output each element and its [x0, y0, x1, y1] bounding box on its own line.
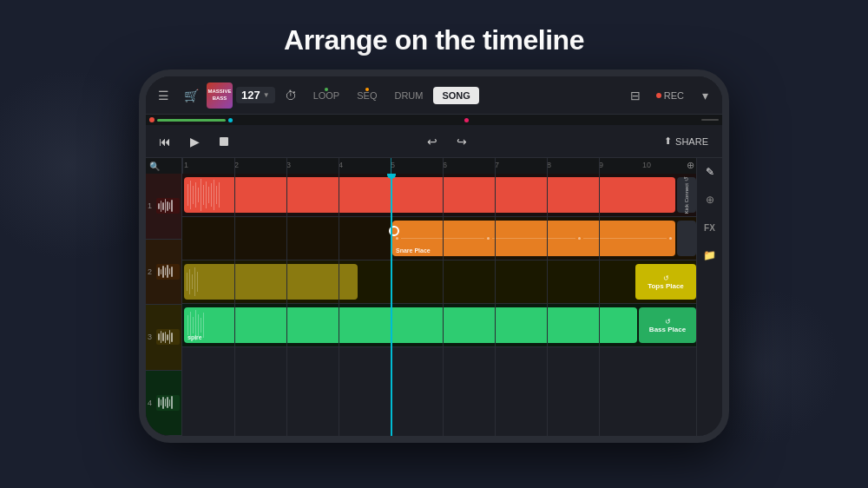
pattern-line	[219, 182, 220, 208]
pattern-line	[187, 184, 188, 206]
zoom-icon[interactable]: 🔍	[149, 162, 160, 171]
bpm-display[interactable]: 127 ▼	[236, 87, 275, 103]
tops-label: Tops Place	[648, 282, 684, 290]
waveform-mini-3	[156, 329, 180, 345]
rec-label: REC	[664, 90, 684, 101]
share-icon: ⬆	[664, 135, 672, 147]
seq-dot	[365, 88, 369, 91]
clip-4-main[interactable]: spire	[184, 307, 637, 343]
track-num-2: 2	[148, 267, 155, 276]
album-art[interactable]: MASSIVEBASS	[207, 82, 233, 109]
bpm-value: 127	[241, 89, 260, 102]
wave-lines-4	[156, 395, 180, 411]
wave-bar	[161, 201, 162, 212]
pattern-line	[198, 314, 199, 336]
stop-button[interactable]	[212, 129, 236, 154]
wave-bar	[165, 399, 167, 406]
rec-button[interactable]: REC	[651, 87, 689, 104]
wave-bar	[167, 334, 168, 340]
folder-panel-button[interactable]: 📁	[700, 245, 720, 266]
wave-bar	[158, 398, 160, 407]
wave-bar	[167, 397, 168, 408]
clip-pattern-1	[184, 177, 675, 213]
ruler[interactable]: 1 2 3 4 5 6 7 8 9 10	[182, 158, 696, 174]
loop-label: LOOP	[313, 90, 340, 101]
pattern-line	[216, 186, 217, 204]
share-button[interactable]: ⬆ SHARE	[657, 132, 715, 150]
track-waveform-1	[156, 196, 180, 215]
timeline-content: 1 2 3 4 5 6 7 8 9 10	[182, 158, 696, 436]
cart-icon: 🛒	[184, 89, 199, 102]
wave-bar	[167, 201, 168, 211]
wave-bar	[158, 333, 160, 340]
ruler-divider	[443, 158, 444, 174]
track-waveform-4	[156, 393, 180, 412]
pattern-line	[208, 187, 209, 202]
ruler-mark-1: 1	[184, 161, 188, 169]
grid-line	[443, 174, 444, 436]
scrub-green-segment	[157, 119, 226, 122]
wave-bar	[169, 202, 171, 209]
track-row-4: spire ↺ Bass Place	[182, 304, 696, 347]
scrub-bar[interactable]	[146, 115, 722, 125]
pattern-dot	[669, 237, 672, 240]
ruler-line	[182, 158, 183, 174]
play-button[interactable]: ▶	[182, 129, 207, 154]
fx-panel-button[interactable]: FX	[700, 217, 720, 238]
clip-4-pattern	[184, 307, 637, 343]
grid-line	[234, 174, 235, 436]
mixer-button[interactable]: ⊟	[623, 82, 648, 109]
rewind-icon: ⏮	[159, 135, 171, 148]
waveform-mini-4	[156, 395, 180, 411]
pattern-line	[192, 274, 193, 288]
rewind-button[interactable]: ⏮	[153, 129, 177, 154]
metronome-icon: ⏱	[285, 89, 297, 102]
track-label-3: 3	[146, 305, 181, 371]
metronome-button[interactable]: ⏱	[279, 82, 303, 109]
undo-button[interactable]: ↩	[420, 129, 444, 154]
app-screen: ☰ 🛒 MASSIVEBASS 127 ▼ ⏱ LOOP SEQ	[146, 76, 722, 436]
clip-2-main[interactable]: Snare Place	[392, 221, 675, 256]
grid-line	[547, 174, 548, 436]
pattern-line	[193, 186, 194, 204]
clip-3-left[interactable]	[184, 264, 358, 300]
waveform-mini-1	[156, 198, 180, 214]
tuning-panel-button[interactable]: ⊕	[700, 189, 720, 210]
pattern-line	[187, 273, 187, 291]
pattern-dot	[487, 237, 490, 240]
wave-bar	[167, 265, 168, 278]
track-num-4: 4	[148, 399, 155, 407]
wave-bar	[162, 266, 164, 278]
tracks-container: ↺ Kick Connect	[182, 174, 696, 436]
edit-panel-button[interactable]: ✎	[700, 162, 720, 182]
redo-button[interactable]: ↪	[450, 129, 474, 154]
track-label-4: 4	[146, 371, 181, 437]
expand-button[interactable]: ⊕	[687, 160, 694, 171]
pattern-line	[211, 183, 212, 207]
wave-lines-2	[156, 264, 180, 280]
loop-mode-button[interactable]: LOOP	[306, 87, 347, 104]
clip-3-pattern	[184, 264, 358, 300]
pattern-dot	[396, 237, 398, 240]
track-waveform-3	[156, 327, 180, 346]
timeline-area: 🔍 1	[146, 158, 722, 436]
wave-bar	[161, 399, 162, 406]
cart-button[interactable]: 🛒	[179, 82, 203, 109]
pattern-line	[201, 318, 201, 332]
seq-mode-button[interactable]: SEQ	[350, 87, 384, 104]
drum-mode-button[interactable]: DRUM	[387, 87, 430, 104]
track-label-1: 1	[146, 174, 181, 240]
song-mode-button[interactable]: SONG	[433, 87, 478, 104]
dropdown-button[interactable]: ▾	[693, 82, 717, 109]
ruler-divider	[286, 158, 287, 174]
track-labels: 🔍 1	[146, 158, 182, 436]
clip-4-aspire-label: spire	[187, 334, 202, 340]
song-label: SONG	[442, 90, 470, 101]
pattern-line	[195, 182, 196, 208]
clip-1-main[interactable]	[184, 177, 675, 213]
ruler-divider	[547, 158, 548, 174]
wave-bar	[171, 333, 173, 342]
menu-button[interactable]: ☰	[151, 82, 175, 109]
track-row-1: ↺ Kick Connect	[182, 174, 696, 217]
clip-2-label: Snare Place	[396, 247, 431, 254]
